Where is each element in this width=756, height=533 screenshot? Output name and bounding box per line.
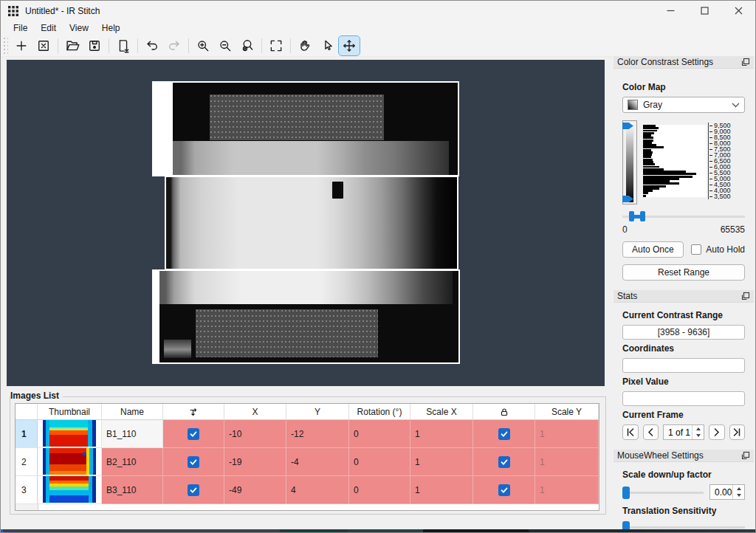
image-strip-b1[interactable] [152,81,459,176]
spin-down-icon[interactable] [693,433,704,440]
remove-button[interactable] [33,36,54,55]
slider-track[interactable] [622,526,745,529]
slider-track[interactable] [622,492,704,494]
last-frame-button[interactable] [729,424,746,440]
x-cell[interactable]: -19 [224,448,286,476]
coordinates-label: Coordinates [622,343,745,354]
image-strip-b3-content [159,271,458,362]
col-rotation[interactable]: Rotation (°) [349,404,410,420]
scale-x-cell[interactable]: 1 [410,476,473,504]
name-cell[interactable]: B2_110 [102,448,163,476]
contrast-range-slider[interactable] [622,210,745,222]
name-cell[interactable]: B3_110 [102,476,163,504]
maximize-icon [701,7,709,15]
col-name[interactable]: Name [102,404,163,420]
auto-once-button[interactable]: Auto Once [622,241,684,258]
move-tool-button[interactable] [339,36,360,55]
x-cell[interactable]: -10 [224,420,286,448]
enabled-checkbox[interactable] [188,428,199,440]
thumbnail-image[interactable] [43,448,96,475]
lock-checkbox[interactable] [498,484,510,496]
slider-min-handle[interactable] [629,211,634,221]
thumbnail-image[interactable] [43,476,96,503]
scale-factor-input[interactable] [710,487,732,498]
save-button[interactable] [84,36,105,55]
row-index[interactable]: 1 [16,420,38,448]
image-strip-b2[interactable] [165,176,458,270]
zoom-out-button[interactable] [215,36,236,55]
fit-view-button[interactable] [266,36,286,55]
export-button[interactable] [113,36,134,55]
spin-up-icon[interactable] [693,425,704,433]
col-scale-x[interactable]: Scale X [410,404,473,420]
rotation-cell[interactable]: 0 [349,420,410,448]
mousewheel-section-header[interactable]: MouseWheel Settings [614,450,754,462]
pan-tool-button[interactable] [295,36,315,55]
float-panel-icon[interactable] [741,58,750,66]
name-cell[interactable]: B1_110 [102,420,163,448]
add-button[interactable] [11,36,32,55]
open-button[interactable] [62,36,83,55]
stats-section-header[interactable]: Stats [614,290,754,303]
menu-file[interactable]: File [7,21,34,35]
redo-button[interactable] [164,36,185,55]
zoom-in-button[interactable] [193,36,213,55]
thumbnail-image[interactable] [43,420,96,447]
col-scale-y[interactable]: Scale Y [535,404,599,420]
undo-button[interactable] [142,36,162,55]
col-x[interactable]: X [224,404,286,420]
col-transform[interactable] [163,404,224,420]
frame-navigation [622,424,745,440]
spin-down-icon[interactable] [733,492,744,500]
menu-help[interactable]: Help [95,21,127,35]
scale-x-cell[interactable]: 1 [410,420,473,448]
row-index[interactable]: 2 [16,448,38,476]
color-map-select[interactable]: Gray [622,97,745,113]
float-panel-icon[interactable] [741,292,750,300]
next-frame-button[interactable] [709,424,725,440]
image-strip-b3[interactable] [152,269,460,364]
rotation-cell[interactable]: 0 [349,476,410,504]
spin-up-icon[interactable] [733,485,744,492]
row-index[interactable]: 3 [16,476,38,504]
menu-view[interactable]: View [63,21,95,35]
y-cell[interactable]: -12 [286,420,349,448]
first-frame-button[interactable] [622,424,639,440]
lock-checkbox[interactable] [498,428,510,440]
scale-slider-handle[interactable] [622,486,630,499]
scale-spin-arrows[interactable] [732,485,744,499]
stitch-canvas[interactable] [7,60,605,386]
maximize-button[interactable] [687,1,721,21]
frame-spinbox[interactable] [663,424,704,440]
menu-edit[interactable]: Edit [34,21,63,35]
rotation-cell[interactable]: 0 [349,448,410,476]
col-lock[interactable] [473,404,535,420]
frame-spin-arrows[interactable] [692,425,704,439]
col-y[interactable]: Y [286,404,349,420]
auto-hold-checkbox[interactable] [691,244,701,255]
lock-checkbox[interactable] [498,456,510,468]
enabled-checkbox[interactable] [188,456,199,468]
menu-bar: File Edit View Help [1,21,755,35]
scale-factor-spinbox[interactable] [709,484,745,500]
reset-range-button[interactable]: Reset Range [622,264,745,281]
float-panel-icon[interactable] [741,451,750,460]
histogram-bars [643,125,707,197]
axis-tick-label: 3,500 [709,193,731,199]
corner-header-cell[interactable] [16,404,38,420]
y-cell[interactable]: -4 [286,448,349,476]
scale-x-cell[interactable]: 1 [410,448,473,476]
x-cell[interactable]: -49 [224,476,286,504]
previous-frame-button[interactable] [643,424,659,440]
zoom-reset-button[interactable] [237,36,258,55]
scale-factor-slider[interactable] [622,486,704,499]
close-button[interactable] [721,1,755,21]
select-tool-button[interactable] [317,36,337,55]
slider-max-handle[interactable] [640,211,645,221]
y-cell[interactable]: 4 [286,476,349,504]
minimize-button[interactable] [653,1,687,21]
toolbar-drag-handle[interactable] [3,37,8,55]
enabled-checkbox[interactable] [188,484,199,496]
col-thumbnail[interactable]: Thumbnail [38,404,102,420]
color-contrast-section-header[interactable]: Color Constrast Settings [614,56,754,69]
